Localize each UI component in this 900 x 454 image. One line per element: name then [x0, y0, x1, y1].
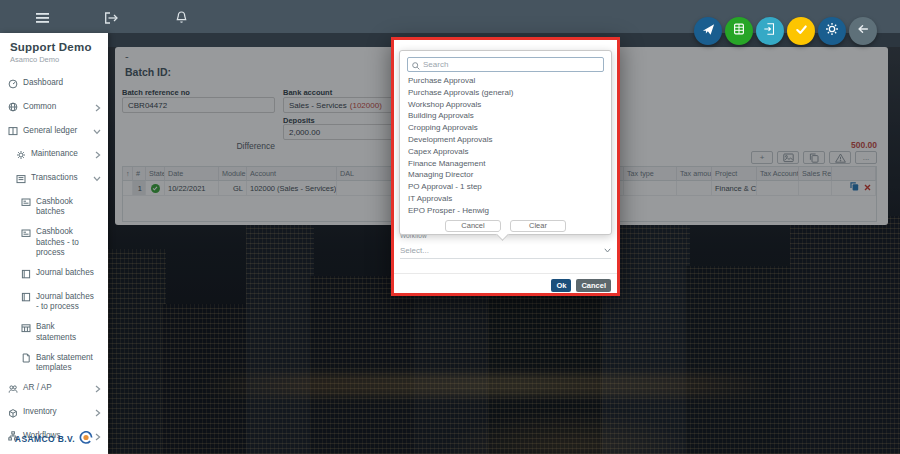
- company-logo-text: ASAMCO B.V.: [15, 434, 75, 444]
- import-document-button[interactable]: [756, 17, 784, 45]
- ledger-book-icon: [8, 126, 18, 139]
- sidebar-item-transactions[interactable]: Transactions: [0, 168, 108, 192]
- chevron-down-icon: [93, 175, 101, 185]
- chevron-down-icon: [93, 128, 101, 138]
- sidebar-item-journal-batches-to-process[interactable]: Journal batches - to process: [0, 287, 108, 318]
- sidebar-item-general-ledger[interactable]: General ledger: [0, 121, 108, 145]
- settings-button[interactable]: [818, 17, 846, 45]
- app-screen: Support Demo Asamco Demo Dashboard Commo…: [0, 0, 900, 454]
- popover-buttons: Cancel Clear: [400, 220, 611, 232]
- modal-divider: [394, 273, 617, 274]
- chevron-right-icon: [95, 104, 101, 115]
- action-buttons: [694, 17, 877, 45]
- sidebar: Support Demo Asamco Demo Dashboard Commo…: [0, 33, 108, 454]
- workflow-option[interactable]: Purchase Approval: [400, 75, 611, 87]
- chevron-right-icon: [95, 409, 101, 420]
- back-button[interactable]: [849, 17, 877, 45]
- workflow-option[interactable]: Finance Management: [400, 158, 611, 170]
- sidebar-item-ar-ap[interactable]: AR / AP: [0, 378, 108, 402]
- workflow-option[interactable]: Cropping Approvals: [400, 122, 611, 134]
- sidebar-header: Support Demo Asamco Demo: [0, 33, 108, 69]
- bank-statement-icon: [21, 323, 31, 336]
- search-field[interactable]: [407, 57, 604, 72]
- dashboard-icon: [8, 79, 18, 92]
- workflow-option[interactable]: Managing Director: [400, 169, 611, 181]
- workflow-option[interactable]: Development Approvals: [400, 134, 611, 146]
- workflow-option[interactable]: Capex Approvals: [400, 146, 611, 158]
- gear-icon: [825, 22, 839, 40]
- arrow-left-icon: [856, 22, 870, 40]
- sidebar-item-cashbook-batches-to-process[interactable]: Cashbook batches - to process: [0, 222, 108, 263]
- sidebar-item-common[interactable]: Common: [0, 97, 108, 121]
- company-logo: ASAMCO B.V.: [0, 430, 108, 448]
- workflow-option[interactable]: Purchase Approvals (general): [400, 87, 611, 99]
- paper-plane-icon: [701, 22, 716, 41]
- approve-button[interactable]: [787, 17, 815, 45]
- sidebar-item-inventory[interactable]: Inventory: [0, 402, 108, 426]
- chevron-right-icon: [95, 151, 101, 162]
- transactions-list-icon: [16, 174, 26, 187]
- journal-book-icon: [21, 292, 31, 305]
- document-arrow-icon: [763, 22, 777, 40]
- export-spreadsheet-button[interactable]: [725, 17, 753, 45]
- modal-footer: Ok Cancel: [551, 279, 611, 292]
- popover-cancel-button[interactable]: Cancel: [445, 220, 501, 232]
- app-subtitle: Asamco Demo: [10, 55, 98, 64]
- spreadsheet-icon: [732, 22, 746, 40]
- chevron-right-icon: [95, 385, 101, 396]
- cashbook-icon: [21, 197, 31, 210]
- logout-icon[interactable]: [104, 10, 119, 28]
- search-input[interactable]: [423, 60, 599, 69]
- globe-icon: [8, 102, 18, 115]
- workflow-option[interactable]: EPO Prosper - Henwig: [400, 205, 611, 217]
- sidebar-item-cashbook-batches[interactable]: Cashbook batches: [0, 192, 108, 223]
- journal-book-icon: [21, 269, 31, 282]
- check-icon: [794, 22, 809, 41]
- company-logo-icon: [79, 430, 93, 448]
- gear-icon: [16, 150, 26, 163]
- box-icon: [8, 408, 18, 421]
- ok-button[interactable]: Ok: [551, 279, 571, 292]
- workflow-option[interactable]: Building Approvals: [400, 110, 611, 122]
- cashbook-icon: [21, 228, 31, 241]
- workflow-list: Purchase Approval Purchase Approvals (ge…: [400, 75, 611, 217]
- workflow-option[interactable]: PO Approval - 1 step: [400, 181, 611, 193]
- sidebar-item-settings[interactable]: Settings: [0, 450, 108, 454]
- search-icon: [412, 56, 420, 74]
- workflow-option[interactable]: IT Approvals: [400, 193, 611, 205]
- sidebar-nav: Dashboard Common General ledger Maintena…: [0, 73, 108, 454]
- workflow-modal: Workflow Select... Purchase Approval Pur…: [391, 37, 620, 296]
- popover-clear-button[interactable]: Clear: [510, 220, 566, 232]
- workflow-select[interactable]: Select...: [400, 243, 611, 259]
- sidebar-item-maintenance[interactable]: Maintenance: [0, 144, 108, 168]
- menu-icon[interactable]: [36, 10, 49, 28]
- select-caret-icon: [604, 246, 611, 255]
- cancel-button[interactable]: Cancel: [576, 279, 611, 292]
- bell-icon[interactable]: [176, 10, 187, 28]
- document-icon: [21, 353, 31, 366]
- people-icon: [8, 384, 18, 397]
- send-button[interactable]: [694, 17, 722, 45]
- workflow-dropdown-popover: Purchase Approval Purchase Approvals (ge…: [399, 50, 612, 235]
- sidebar-item-bank-statement-templates[interactable]: Bank statement templates: [0, 348, 108, 379]
- sidebar-item-bank-statements[interactable]: Bank statements: [0, 317, 108, 348]
- sidebar-item-journal-batches[interactable]: Journal batches: [0, 263, 108, 287]
- sidebar-item-dashboard[interactable]: Dashboard: [0, 73, 108, 97]
- workflow-option[interactable]: Workshop Approvals: [400, 99, 611, 111]
- app-title: Support Demo: [10, 41, 98, 53]
